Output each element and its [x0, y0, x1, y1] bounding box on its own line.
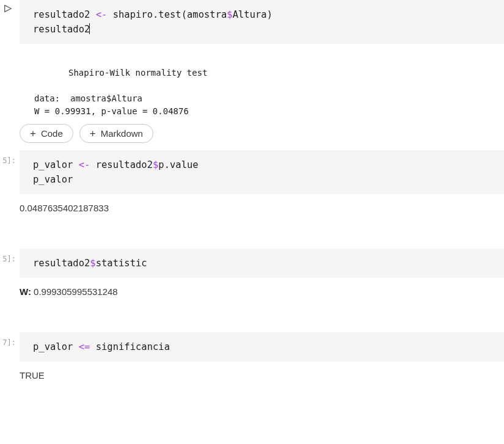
add-markdown-button[interactable]: + Markdown	[79, 124, 153, 143]
code-token: p_valor	[33, 341, 79, 352]
prompt-label: 5]:	[0, 249, 20, 263]
cell-row-active: resultado2 <- shapiro.test(amostra$Altur…	[0, 0, 504, 44]
output-data-line: data: amostra$Altura	[34, 93, 142, 103]
output-stat-label: W:	[20, 286, 31, 297]
notebook: resultado2 <- shapiro.test(amostra$Altur…	[0, 0, 504, 385]
code-cell[interactable]: p_valor <= significancia	[20, 332, 504, 362]
code-cell[interactable]: resultado2$statistic	[20, 249, 504, 278]
code-token: resultado2	[33, 258, 90, 269]
output-title: Shapiro-Wilk normality test	[34, 68, 208, 78]
text-output: TRUE	[20, 362, 504, 385]
code-token: significancia	[90, 341, 170, 352]
prompt-label: 5]:	[0, 150, 20, 165]
spacer	[0, 303, 504, 332]
code-cell[interactable]: resultado2 <- shapiro.test(amostra$Altur…	[20, 0, 504, 44]
add-code-label: Code	[41, 128, 63, 139]
play-arrow-icon	[3, 4, 13, 13]
text-output: W: 0.999305995531248	[20, 278, 504, 302]
output-value: TRUE	[20, 370, 45, 380]
insert-buttons-row: + Code + Markdown	[20, 119, 504, 149]
add-code-button[interactable]: + Code	[20, 124, 73, 143]
code-token: statistic	[96, 258, 147, 269]
cell-row: 5]: p_valor <- resultado2$p.value p_valo…	[0, 150, 504, 218]
code-token-compare: <=	[79, 341, 90, 352]
code-token: p_valor	[33, 174, 73, 185]
code-token-dollar: $	[153, 159, 158, 170]
code-token-assign: <-	[79, 159, 90, 170]
code-token: shapiro.test(amostra	[107, 9, 227, 20]
prompt-label: 7]:	[0, 332, 20, 347]
code-token-dollar: $	[227, 9, 232, 20]
code-token: resultado2	[90, 159, 153, 170]
code-token: Altura)	[233, 9, 272, 20]
code-token: p.value	[158, 159, 198, 170]
plus-icon: +	[30, 128, 36, 139]
cell-row: 5]: resultado2$statistic W: 0.9993059955…	[0, 249, 504, 302]
spacer	[0, 219, 504, 249]
output-stats-line: W = 0.99931, p-value = 0.04876	[34, 106, 189, 116]
add-markdown-label: Markdown	[101, 128, 143, 139]
active-cell-indicator	[0, 0, 20, 15]
prompt-empty	[0, 45, 20, 51]
code-token: resultado2	[33, 9, 96, 20]
code-cell[interactable]: p_valor <- resultado2$p.value p_valor	[20, 150, 504, 194]
cell-row: 7]: p_valor <= significancia TRUE	[0, 332, 504, 385]
code-token-assign: <-	[96, 9, 108, 20]
code-token: p_valor	[33, 159, 79, 170]
output-stat-value: 0.999305995531248	[31, 286, 118, 297]
text-output: 0.0487635402187833	[20, 194, 504, 218]
plus-icon: +	[90, 128, 96, 139]
output-value: 0.0487635402187833	[20, 203, 109, 213]
code-token-dollar: $	[90, 258, 95, 269]
output-row: Shapiro-Wilk normality test data: amostr…	[0, 45, 504, 149]
text-cursor	[89, 23, 90, 34]
code-token: resultado2	[33, 24, 90, 35]
text-output: Shapiro-Wilk normality test data: amostr…	[20, 45, 504, 119]
